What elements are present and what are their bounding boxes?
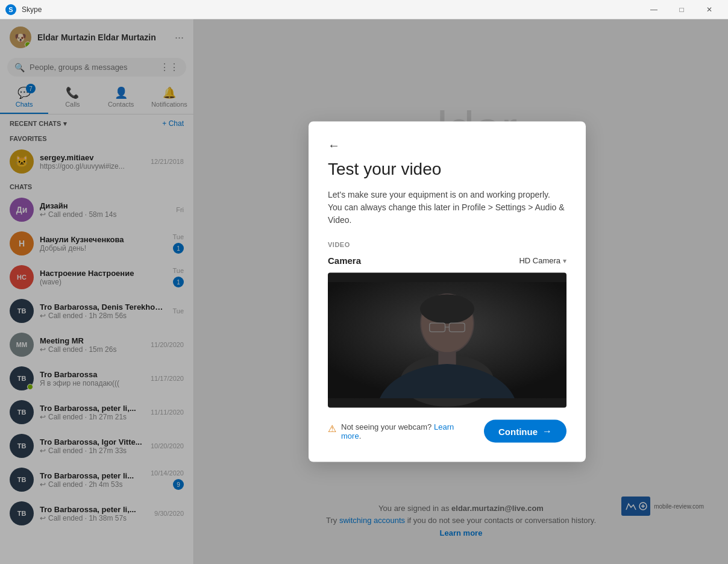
chevron-down-icon: ▾ xyxy=(563,256,566,265)
test-video-modal: ← Test your video Let's make sure your e… xyxy=(309,122,586,462)
skype-logo-icon: S xyxy=(5,4,17,16)
camera-select[interactable]: HD Camera ▾ xyxy=(519,256,566,265)
window-controls: — □ ✕ xyxy=(640,0,723,19)
app-title: Skype xyxy=(22,5,42,14)
webcam-warning-text: Not seeing your webcam? xyxy=(341,422,431,431)
camera-option-text: HD Camera xyxy=(519,256,560,265)
maximize-button[interactable]: □ xyxy=(668,0,695,19)
camera-row: Camera HD Camera ▾ xyxy=(328,255,566,266)
titlebar-left: S Skype xyxy=(5,4,42,16)
continue-label: Continue xyxy=(498,426,538,436)
arrow-right-icon: → xyxy=(542,426,552,437)
modal-description: Let's make sure your equipment is on and… xyxy=(328,189,566,227)
svg-point-14 xyxy=(420,295,474,324)
titlebar: S Skype — □ ✕ xyxy=(0,0,728,19)
minimize-button[interactable]: — xyxy=(640,0,668,19)
back-button[interactable]: ← xyxy=(328,139,340,152)
app-container: 🐶 Eldar Murtazin Eldar Murtazin ··· 🔍 ⋮⋮… xyxy=(0,19,728,564)
warning-icon: ⚠ xyxy=(328,423,336,434)
close-button[interactable]: ✕ xyxy=(695,0,723,19)
modal-title: Test your video xyxy=(328,160,566,179)
modal-footer: ⚠ Not seeing your webcam? Learnmore. Con… xyxy=(328,420,566,443)
webcam-warning: ⚠ Not seeing your webcam? Learnmore. xyxy=(328,422,477,440)
svg-text:S: S xyxy=(8,6,13,13)
continue-button[interactable]: Continue → xyxy=(484,420,566,443)
camera-label: Camera xyxy=(328,255,361,266)
webcam-feed xyxy=(328,273,566,408)
video-section-label: VIDEO xyxy=(328,241,566,248)
back-arrow-icon: ← xyxy=(328,139,340,152)
video-preview xyxy=(328,273,566,408)
